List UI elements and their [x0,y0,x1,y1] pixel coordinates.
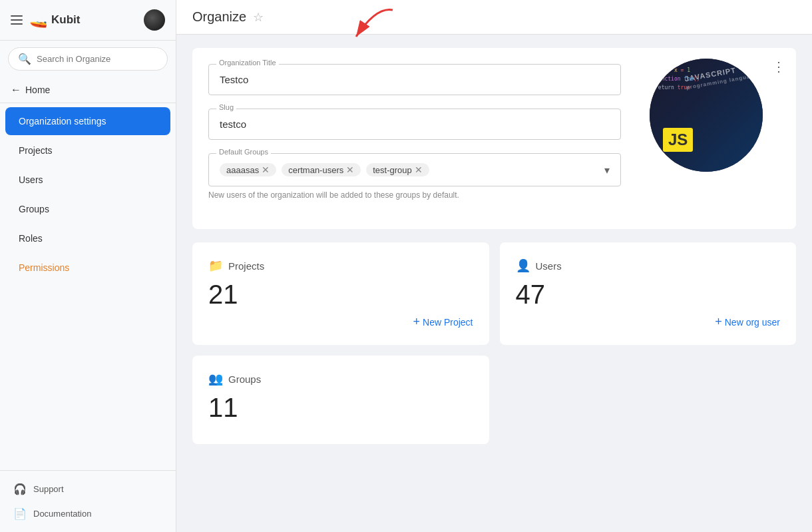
documentation-link[interactable]: 📄 Documentation [11,503,165,524]
sidebar-item-users[interactable]: Users [5,166,170,194]
page-title: Organize [192,9,246,25]
projects-stat-card: 📁 Projects 21 + New Project [192,242,489,345]
nav-items: Organization settings Projects Users Gro… [0,103,176,470]
sidebar: 🚤 Kubit 🔍 ← Home Organization settings P… [0,0,176,532]
sidebar-item-roles[interactable]: Roles [5,224,170,252]
avatar[interactable] [144,9,165,31]
sidebar-item-org-settings[interactable]: Organization settings [5,107,170,135]
slug-label: Slug [216,103,236,111]
sidebar-header: 🚤 Kubit [0,0,176,41]
projects-stat-icon: 📁 [208,258,223,273]
groups-stat-card: 👥 Groups 11 [192,356,489,444]
tag-aaaasas: aaaasas ✕ [220,163,276,176]
back-home-label: Home [25,85,50,95]
support-label: Support [33,484,64,494]
users-stat-label: Users [536,260,562,272]
tag-label: aaaasas [226,165,259,175]
users-stat-card: 👤 Users 47 + New org user [500,242,797,345]
sidebar-item-permissions[interactable]: Permissions [5,254,170,282]
default-groups-input[interactable]: aaaasas ✕ certman-users ✕ test-group ✕ ▾ [208,153,621,186]
org-title-field: Organization Title [208,64,780,95]
logo-area: 🚤 Kubit [29,11,80,29]
back-home-button[interactable]: ← Home [0,77,176,103]
dropdown-arrow-icon: ▾ [604,164,610,176]
support-icon: 🎧 [13,483,27,495]
org-title-label: Organization Title [216,59,279,67]
support-link[interactable]: 🎧 Support [11,479,165,499]
logo-text: Kubit [51,13,80,27]
new-org-user-button[interactable]: + New org user [516,315,781,329]
groups-stat-header: 👥 Groups [208,372,473,386]
new-project-button[interactable]: + New Project [208,315,473,329]
groups-stat-label: Groups [228,374,261,385]
sidebar-footer: 🎧 Support 📄 Documentation [0,470,176,532]
new-org-user-plus-icon: + [715,315,722,329]
tag-certman-users: certman-users ✕ [282,163,361,176]
settings-card: ⋮ JAVASCRIPTprogramming language const x… [192,48,796,229]
topbar: Organize ☆ [176,0,812,35]
sidebar-item-projects-label: Projects [19,145,53,156]
users-stat-header: 👤 Users [516,258,781,273]
sidebar-item-permissions-label: Permissions [19,262,69,273]
search-bar[interactable]: 🔍 [8,47,168,71]
sidebar-item-roles-label: Roles [19,233,43,244]
default-groups-field: Default Groups aaaasas ✕ certman-users ✕… [208,153,780,200]
tag-remove-aaaasas[interactable]: ✕ [262,164,270,175]
search-icon: 🔍 [18,53,31,65]
default-groups-helper: New users of the organization will be ad… [208,190,621,200]
content-area: ⋮ JAVASCRIPTprogramming language const x… [176,35,812,532]
documentation-icon: 📄 [13,507,27,520]
sidebar-item-org-settings-label: Organization settings [19,116,106,127]
slug-input[interactable] [208,109,621,140]
tag-label: test-group [373,165,412,175]
projects-stat-header: 📁 Projects [208,258,473,273]
projects-stat-label: Projects [228,260,264,272]
search-input[interactable] [37,54,158,64]
new-project-label: New Project [423,317,473,328]
users-stat-count: 47 [516,280,781,315]
documentation-label: Documentation [33,509,91,519]
tag-remove-test-group[interactable]: ✕ [415,164,423,175]
default-groups-label: Default Groups [216,148,271,156]
sidebar-item-groups[interactable]: Groups [5,195,170,223]
sidebar-item-projects[interactable]: Projects [5,136,170,164]
sidebar-item-groups-label: Groups [19,204,49,214]
logo-icon: 🚤 [29,11,47,29]
main-content: Organize ☆ ⋮ JAVASCRIPTprogramming langu… [176,0,812,532]
slug-field: Slug [208,109,780,140]
stats-grid: 📁 Projects 21 + New Project 👤 Users 47 + [192,242,796,444]
tag-test-group: test-group ✕ [366,163,429,176]
favorite-star-icon[interactable]: ☆ [253,10,264,25]
tag-label: certman-users [288,165,343,175]
new-org-user-label: New org user [725,317,780,328]
groups-stat-count: 11 [208,393,473,428]
users-stat-icon: 👤 [516,258,530,273]
projects-stat-count: 21 [208,280,473,315]
back-arrow-icon: ← [11,84,21,96]
groups-stat-icon: 👥 [208,372,223,386]
tag-remove-certman[interactable]: ✕ [346,164,354,175]
new-project-plus-icon: + [413,315,421,329]
sidebar-item-users-label: Users [19,174,43,185]
org-title-input[interactable] [208,64,621,95]
hamburger-icon[interactable] [11,15,23,25]
